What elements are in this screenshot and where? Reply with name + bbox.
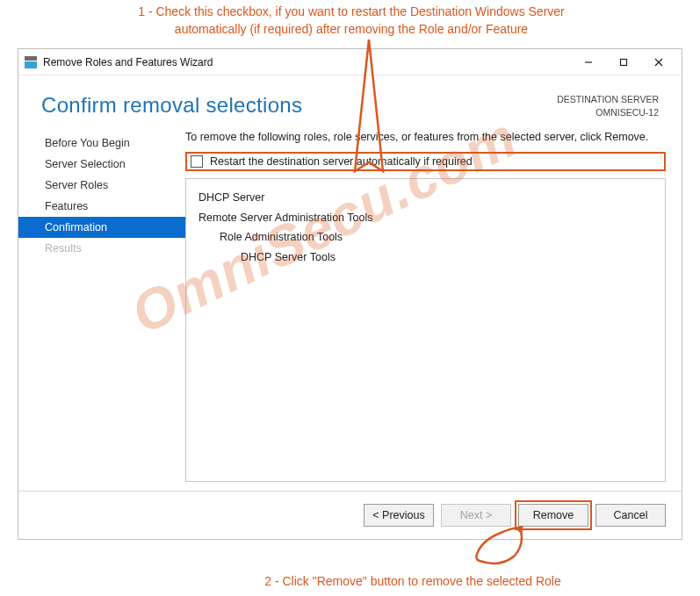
annotation-2: 2 - Click "Remove" button to remove the …	[228, 573, 597, 591]
restart-checkbox[interactable]	[191, 155, 203, 168]
destination-label: DESTINATION SERVER	[557, 93, 659, 106]
svg-rect-1	[25, 56, 37, 61]
removal-list-panel: DHCP Server Remote Server Administration…	[185, 178, 666, 482]
remove-button[interactable]: Remove	[518, 504, 588, 527]
annotation-1: 1 - Check this checkbox, if you want to …	[105, 4, 597, 38]
sidebar-item-server-roles[interactable]: Server Roles	[18, 175, 185, 196]
svg-rect-3	[621, 59, 627, 65]
destination-info: DESTINATION SERVER OMNISECU-12	[557, 93, 659, 118]
sidebar-item-confirmation[interactable]: Confirmation	[18, 217, 185, 238]
server-manager-icon	[24, 55, 38, 69]
next-button: Next >	[441, 504, 511, 527]
window-title: Remove Roles and Features Wizard	[43, 56, 213, 68]
removal-item: Role Administration Tools	[198, 227, 653, 248]
sidebar-item-before-you-begin[interactable]: Before You Begin	[18, 133, 185, 154]
sidebar-item-features[interactable]: Features	[18, 196, 185, 217]
maximize-button[interactable]	[606, 52, 641, 73]
removal-item: DHCP Server Tools	[198, 248, 653, 268]
close-button[interactable]	[641, 52, 676, 73]
minimize-button[interactable]	[571, 52, 606, 73]
svg-rect-0	[25, 61, 37, 68]
destination-server: OMNISECU-12	[557, 106, 659, 119]
restart-checkbox-label: Restart the destination server automatic…	[210, 155, 473, 168]
restart-checkbox-row[interactable]: Restart the destination server automatic…	[185, 152, 666, 171]
main-panel: To remove the following roles, role serv…	[185, 127, 666, 482]
instruction-text: To remove the following roles, role serv…	[185, 127, 666, 152]
wizard-footer: < Previous Next > Remove Cancel	[18, 491, 682, 539]
header-area: Confirm removal selections DESTINATION S…	[18, 75, 682, 127]
removal-item: Remote Server Administration Tools	[198, 208, 653, 228]
previous-button[interactable]: < Previous	[364, 504, 434, 527]
wizard-window: Remove Roles and Features Wizard Confirm…	[18, 48, 682, 540]
sidebar-item-server-selection[interactable]: Server Selection	[18, 154, 185, 175]
body-area: Before You Begin Server Selection Server…	[18, 127, 682, 491]
cancel-button[interactable]: Cancel	[595, 504, 666, 527]
titlebar: Remove Roles and Features Wizard	[18, 49, 682, 75]
wizard-sidebar: Before You Begin Server Selection Server…	[18, 127, 185, 482]
removal-item: DHCP Server	[198, 188, 653, 208]
page-title: Confirm removal selections	[41, 93, 302, 118]
sidebar-item-results: Results	[18, 238, 185, 259]
